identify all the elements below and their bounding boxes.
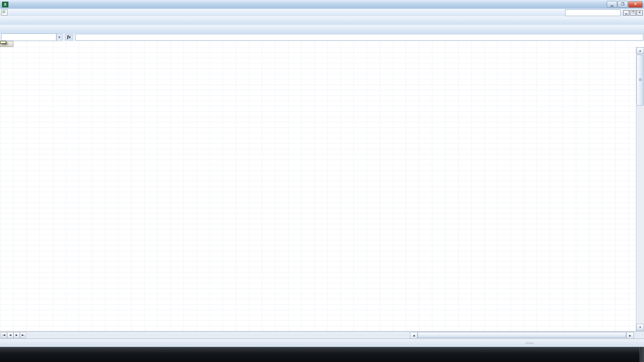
workbook-restore-icon[interactable]: ❐ bbox=[630, 10, 636, 15]
excel-app-icon: X bbox=[2, 2, 8, 7]
num-lock-indicator bbox=[526, 343, 533, 344]
minimize-button[interactable]: ▁ bbox=[607, 1, 617, 8]
cell-comment-popup bbox=[0, 41, 6, 44]
show-desktop-button[interactable] bbox=[640, 347, 644, 362]
vertical-scroll-thumb[interactable] bbox=[637, 55, 644, 106]
workbook-icon bbox=[1, 9, 7, 15]
maximize-button[interactable]: ❐ bbox=[618, 1, 628, 8]
title-bar: X ▁ ❐ ✕ bbox=[0, 0, 644, 9]
tab-next-icon[interactable]: ▶ bbox=[13, 332, 20, 338]
tab-last-icon[interactable]: ▶| bbox=[20, 332, 26, 338]
menu-bar: ▁ ❐ ✕ bbox=[0, 9, 644, 16]
sheet-tab-strip: |◀ ◀ ▶ ▶| ◀ ▶ bbox=[0, 331, 644, 339]
excel-window: { "window": {"title": "Microsoft Excel -… bbox=[0, 0, 644, 362]
taskbar bbox=[0, 347, 644, 362]
insert-function-icon[interactable]: fx bbox=[65, 34, 73, 41]
formula-input[interactable] bbox=[75, 34, 643, 41]
tab-prev-icon[interactable]: ◀ bbox=[7, 332, 13, 338]
horizontal-scroll-thumb[interactable] bbox=[418, 332, 626, 338]
formatting-toolbar bbox=[0, 25, 644, 34]
name-box[interactable] bbox=[1, 34, 56, 41]
standard-toolbar bbox=[0, 16, 644, 25]
status-bar bbox=[0, 339, 644, 347]
scroll-down-icon[interactable]: ▼ bbox=[636, 324, 644, 330]
vertical-scrollbar[interactable]: ▲ ▼ bbox=[636, 47, 644, 331]
close-button[interactable]: ✕ bbox=[628, 1, 643, 8]
question-input[interactable] bbox=[565, 9, 621, 16]
annotation-arrows bbox=[0, 41, 644, 331]
scroll-right-icon[interactable]: ▶ bbox=[626, 332, 634, 339]
system-tray bbox=[631, 347, 644, 362]
tab-first-icon[interactable]: |◀ bbox=[1, 332, 7, 338]
scroll-left-icon[interactable]: ◀ bbox=[410, 332, 418, 339]
scroll-up-icon[interactable]: ▲ bbox=[636, 47, 644, 54]
namebox-dropdown-icon[interactable]: ▼ bbox=[56, 34, 62, 41]
workbook-minimize-icon[interactable]: ▁ bbox=[623, 10, 629, 15]
formula-bar: ▼ fx bbox=[0, 34, 644, 41]
workbook-close-icon[interactable]: ✕ bbox=[637, 10, 643, 15]
horizontal-scrollbar[interactable]: ◀ ▶ bbox=[410, 332, 634, 338]
worksheet-grid[interactable]: ▲ ▼ bbox=[0, 41, 644, 331]
